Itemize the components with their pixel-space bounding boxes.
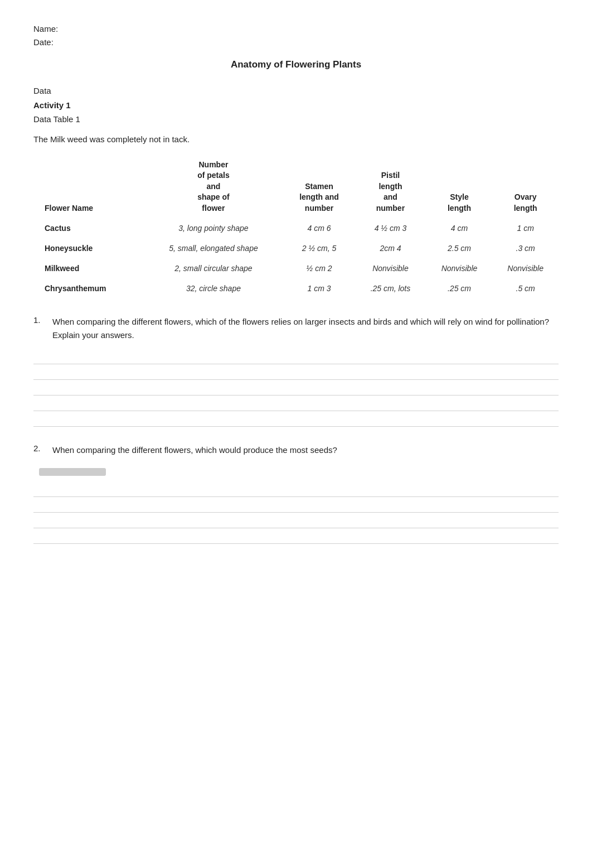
answer-line xyxy=(33,364,559,380)
col-header-flower: Flower Name xyxy=(33,155,143,219)
cell-flower-name: Honeysuckle xyxy=(33,238,143,258)
table-row: Milkweed2, small circular shape½ cm 2Non… xyxy=(33,258,559,278)
question-2-number: 2. xyxy=(33,443,47,453)
cell-petals: 5, small, elongated shape xyxy=(143,238,284,258)
cell-petals: 2, small circular shape xyxy=(143,258,284,278)
cell-petals: 3, long pointy shape xyxy=(143,218,284,238)
cell-pistil: 2cm 4 xyxy=(355,238,426,258)
questions-section: 1. When comparing the different flowers,… xyxy=(33,315,559,544)
table-label: Data Table 1 xyxy=(33,114,80,124)
cell-pistil: 4 ½ cm 3 xyxy=(355,218,426,238)
cell-style: 4 cm xyxy=(426,218,493,238)
cell-pistil: .25 cm, lots xyxy=(355,278,426,298)
answer-line xyxy=(33,497,559,513)
table-row: Chrysanthemum32, circle shape1 cm 3.25 c… xyxy=(33,278,559,298)
question-1-number: 1. xyxy=(33,315,47,325)
answer-lines-1 xyxy=(33,349,559,427)
question-1-wrapper: 1. When comparing the different flowers,… xyxy=(33,315,559,342)
intro-text: The Milk weed was completely not in tack… xyxy=(33,134,559,144)
question-2-text: When comparing the different flowers, wh… xyxy=(52,443,337,457)
table-row: Honeysuckle5, small, elongated shape2 ½ … xyxy=(33,238,559,258)
cell-flower-name: Milkweed xyxy=(33,258,143,278)
col-header-stamen: Stamenlength andnumber xyxy=(284,155,355,219)
cell-ovary: Nonvisible xyxy=(492,258,559,278)
name-label: Name: xyxy=(33,22,559,36)
date-label: Date: xyxy=(33,36,559,49)
section-label: Data Activity 1 Data Table 1 xyxy=(33,84,559,127)
data-label: Data xyxy=(33,86,51,95)
question-1-text: When comparing the different flowers, wh… xyxy=(52,315,559,342)
cell-stamen: 4 cm 6 xyxy=(284,218,355,238)
question-2: 2. When comparing the different flowers,… xyxy=(33,443,559,544)
answer-line xyxy=(33,481,559,497)
cell-ovary: .3 cm xyxy=(492,238,559,258)
question-2-wrapper: 2. When comparing the different flowers,… xyxy=(33,443,559,457)
redacted-content xyxy=(39,468,106,476)
answer-lines-2 xyxy=(33,481,559,544)
col-header-style: Stylelength xyxy=(426,155,493,219)
table-row: Cactus3, long pointy shape4 cm 64 ½ cm 3… xyxy=(33,218,559,238)
answer-line xyxy=(33,380,559,396)
page-title: Anatomy of Flowering Plants xyxy=(33,59,559,70)
cell-flower-name: Cactus xyxy=(33,218,143,238)
cell-stamen: 1 cm 3 xyxy=(284,278,355,298)
question-1: 1. When comparing the different flowers,… xyxy=(33,315,559,427)
answer-line xyxy=(33,513,559,528)
answer-line xyxy=(33,349,559,364)
cell-pistil: Nonvisible xyxy=(355,258,426,278)
cell-stamen: 2 ½ cm, 5 xyxy=(284,238,355,258)
answer-line xyxy=(33,396,559,411)
cell-ovary: 1 cm xyxy=(492,218,559,238)
col-header-ovary: Ovarylength xyxy=(492,155,559,219)
cell-style: 2.5 cm xyxy=(426,238,493,258)
cell-flower-name: Chrysanthemum xyxy=(33,278,143,298)
data-table: Flower Name Numberof petalsandshape offl… xyxy=(33,155,559,299)
cell-stamen: ½ cm 2 xyxy=(284,258,355,278)
activity-label: Activity 1 xyxy=(33,100,71,110)
cell-style: .25 cm xyxy=(426,278,493,298)
cell-style: Nonvisible xyxy=(426,258,493,278)
cell-petals: 32, circle shape xyxy=(143,278,284,298)
answer-line xyxy=(33,411,559,427)
col-header-pistil: Pistillengthandnumber xyxy=(355,155,426,219)
header-fields: Name: Date: xyxy=(33,22,559,49)
cell-ovary: .5 cm xyxy=(492,278,559,298)
col-header-petals: Numberof petalsandshape offlower xyxy=(143,155,284,219)
answer-line xyxy=(33,528,559,544)
